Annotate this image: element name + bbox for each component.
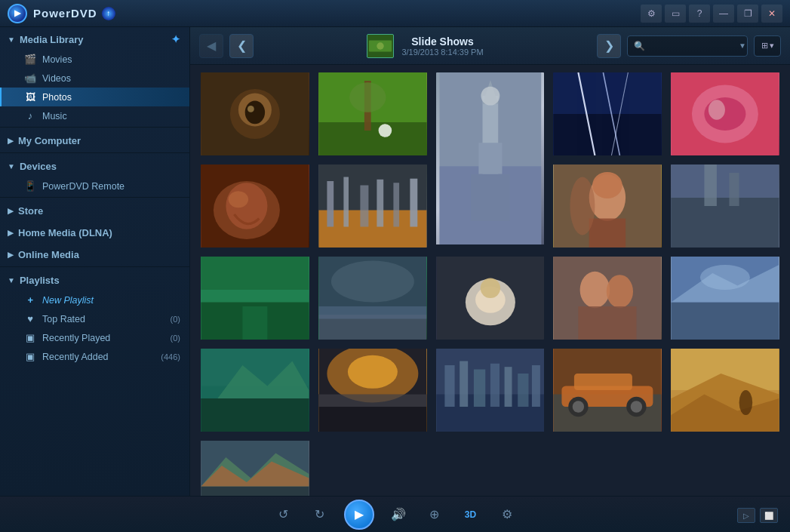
recently-played-icon: ▣ — [24, 332, 36, 343]
photo-thumb-18[interactable] — [552, 347, 663, 433]
minimize-button[interactable]: — — [713, 5, 734, 23]
photo-thumb-9[interactable] — [669, 163, 781, 249]
zoom-button[interactable]: ⊕ — [423, 503, 447, 527]
slideshow-date: 3/19/2013 8:14:39 PM — [401, 48, 483, 57]
rewind-button[interactable]: ↺ — [272, 503, 296, 527]
svg-rect-47 — [672, 198, 779, 248]
photo-grid — [199, 71, 781, 496]
svg-rect-53 — [242, 306, 267, 340]
screen-icon[interactable]: ⬜ — [760, 508, 778, 523]
sidebar-item-movies[interactable]: 🎬 Movies — [0, 50, 189, 69]
svg-point-95 — [573, 401, 584, 412]
svg-point-32 — [229, 191, 248, 208]
divider-4 — [0, 266, 189, 267]
volume-button[interactable]: 🔊 — [386, 503, 410, 527]
back-button[interactable]: ◀ — [199, 34, 223, 58]
photo-thumb-3[interactable] — [435, 71, 546, 249]
sidebar-item-photos[interactable]: 🖼 Photos — [0, 88, 189, 106]
sidebar-item-recently-added[interactable]: ▣ Recently Added (446) — [0, 347, 189, 366]
search-input[interactable] — [648, 41, 739, 51]
chevron-down-icon-3: ▼ — [8, 276, 15, 284]
photo-thumb-14[interactable] — [669, 255, 781, 341]
close-button[interactable]: ✕ — [761, 5, 782, 23]
svg-rect-48 — [705, 165, 718, 206]
recently-added-icon: ▣ — [24, 351, 36, 362]
sidebar-item-music[interactable]: ♪ Music — [0, 106, 189, 125]
sidebar-devices-label: Devices — [20, 161, 57, 172]
settings-titlebar-button[interactable]: ⚙ — [641, 5, 662, 23]
photo-thumb-7[interactable] — [317, 163, 429, 249]
sidebar: ▼ Media Library ✦ 🎬 Movies 📹 Videos 🖼 Ph… — [0, 27, 190, 496]
movies-icon: 🎬 — [24, 54, 36, 65]
chevron-down-icon-2: ▼ — [8, 162, 15, 171]
slideshow-title: Slide Shows — [401, 35, 483, 48]
view-dropdown-icon: ▾ — [770, 41, 774, 51]
photo-thumb-12[interactable] — [435, 255, 546, 341]
photo-thumb-6[interactable] — [199, 163, 311, 249]
svg-rect-84 — [473, 370, 484, 407]
sidebar-item-powerdvd-remote[interactable]: 📱 PowerDVD Remote — [0, 177, 189, 195]
svg-point-28 — [709, 100, 725, 119]
photo-thumb-17[interactable] — [435, 347, 546, 433]
sidebar-section-store[interactable]: ▶ Store — [0, 199, 189, 221]
svg-marker-73 — [201, 398, 309, 432]
photo-grid-container[interactable] — [190, 65, 790, 496]
photo-thumb-13[interactable] — [552, 255, 663, 341]
sidebar-item-new-playlist[interactable]: + New Playlist — [0, 291, 189, 309]
sidebar-section-label: Media Library — [20, 34, 84, 45]
next-button[interactable]: ❯ — [597, 34, 621, 58]
play-button[interactable]: ▶ — [344, 500, 374, 530]
spin-icon: ✦ — [171, 33, 180, 45]
monitor-button[interactable]: ▭ — [665, 5, 686, 23]
recently-played-count: (0) — [171, 334, 180, 343]
forward-button[interactable]: ↻ — [308, 503, 332, 527]
svg-point-2 — [377, 42, 384, 49]
main-layout: ▼ Media Library ✦ 🎬 Movies 📹 Videos 🖼 Ph… — [0, 27, 790, 496]
svg-point-43 — [592, 172, 622, 198]
photo-thumb-15[interactable] — [199, 347, 311, 433]
svg-rect-87 — [518, 374, 528, 407]
svg-rect-17 — [478, 143, 502, 174]
view-toggle-button[interactable]: ⊞ ▾ — [754, 35, 781, 57]
svg-point-63 — [580, 272, 610, 308]
prev-button[interactable]: ❮ — [229, 34, 254, 58]
search-dropdown-icon[interactable]: ▼ — [739, 42, 746, 50]
sidebar-item-videos[interactable]: 📹 Videos — [0, 69, 189, 88]
photo-thumb-2[interactable] — [317, 71, 429, 157]
photo-thumb-20[interactable] — [199, 439, 311, 496]
svg-rect-39 — [393, 183, 399, 226]
photo-thumb-4[interactable] — [552, 71, 663, 157]
sidebar-section-my-computer[interactable]: ▶ My Computer — [0, 129, 189, 151]
svg-rect-83 — [460, 361, 468, 407]
photo-thumb-11[interactable] — [317, 255, 429, 341]
expand-icon[interactable]: ▷ — [737, 508, 755, 523]
sidebar-item-recently-played[interactable]: ▣ Recently Played (0) — [0, 328, 189, 347]
sidebar-section-home-media[interactable]: ▶ Home Media (DLNA) — [0, 221, 189, 243]
sidebar-section-media-library[interactable]: ▼ Media Library ✦ — [0, 27, 189, 50]
photo-thumb-5[interactable] — [669, 71, 781, 157]
sidebar-section-online-media[interactable]: ▶ Online Media — [0, 243, 189, 265]
photo-thumb-10[interactable] — [199, 255, 311, 341]
svg-rect-37 — [360, 186, 368, 227]
svg-rect-9 — [318, 122, 426, 155]
sidebar-playlists-label: Playlists — [20, 275, 60, 286]
settings-bottom-button[interactable]: ⚙ — [495, 503, 519, 527]
update-badge-icon[interactable]: ↑ — [102, 7, 115, 20]
photo-thumb-8[interactable] — [552, 163, 663, 249]
svg-rect-36 — [343, 177, 349, 227]
threed-button[interactable]: 3D — [459, 503, 483, 527]
svg-point-101 — [739, 390, 753, 415]
photo-thumb-19[interactable] — [669, 347, 781, 433]
chevron-right-icon-2: ▶ — [8, 207, 14, 215]
sidebar-section-playlists[interactable]: ▼ Playlists — [0, 269, 189, 291]
help-button[interactable]: ? — [689, 5, 710, 23]
photo-thumb-16[interactable] — [317, 347, 429, 433]
chevron-right-icon-3: ▶ — [8, 229, 14, 237]
photo-thumb-1[interactable] — [199, 71, 311, 157]
sidebar-item-top-rated[interactable]: ♥ Top Rated (0) — [0, 309, 189, 328]
titlebar: ▶ PowerDVD ↑ ⚙ ▭ ? — ❐ ✕ — [0, 0, 790, 27]
chevron-right-icon-4: ▶ — [8, 251, 14, 259]
recently-added-count: (446) — [161, 352, 180, 361]
restore-button[interactable]: ❐ — [737, 5, 758, 23]
sidebar-section-devices[interactable]: ▼ Devices — [0, 155, 189, 177]
